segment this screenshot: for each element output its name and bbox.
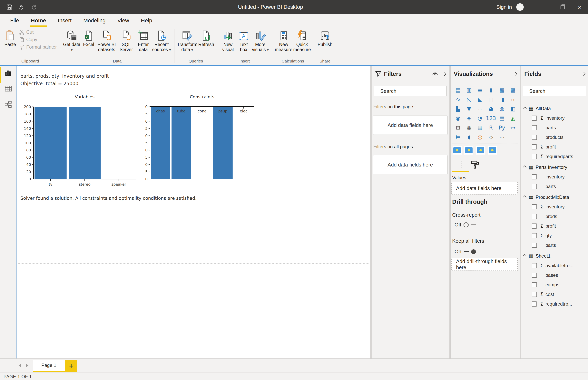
- field-checkbox[interactable]: [532, 144, 537, 150]
- new-visual-button[interactable]: New visual: [220, 28, 236, 52]
- table-row-sheet1[interactable]: ▦ Sheet1: [521, 251, 588, 261]
- qa-icon[interactable]: ◖: [464, 133, 474, 141]
- fields-search-box[interactable]: [523, 86, 586, 96]
- more-visuals-options-icon[interactable]: ⋯: [496, 133, 508, 141]
- tab-view[interactable]: View: [112, 14, 135, 27]
- undo-button[interactable]: [18, 3, 25, 11]
- matrix-icon[interactable]: ▩: [474, 123, 486, 132]
- arcgis-map-icon[interactable]: ◎: [474, 133, 486, 141]
- power-bi-datasets-button[interactable]: Power BI datasets: [96, 28, 117, 52]
- field-checkbox[interactable]: [532, 154, 537, 159]
- card-icon[interactable]: 123: [486, 114, 496, 122]
- collapse-pane-icon[interactable]: [582, 72, 586, 76]
- multi-row-card-icon[interactable]: ▤: [496, 114, 508, 122]
- waterfall-chart-icon[interactable]: ▙: [452, 104, 464, 113]
- copy-button[interactable]: Copy: [19, 37, 57, 42]
- keep-all-filters-toggle[interactable]: On: [454, 248, 476, 255]
- table-row-alldata[interactable]: ▦ AllData: [521, 104, 588, 113]
- drill-through-dropzone[interactable]: Add drill-through fields here: [451, 258, 518, 271]
- slicer-icon[interactable]: ⊟: [452, 123, 464, 132]
- field-row[interactable]: Σ inventory: [521, 172, 588, 182]
- collapse-caret-icon[interactable]: [523, 195, 527, 199]
- cross-report-toggle[interactable]: Off: [454, 222, 476, 228]
- table-row-productmixdata[interactable]: ▦ ProductMixData: [521, 192, 588, 202]
- field-checkbox[interactable]: [532, 115, 537, 121]
- next-page-button[interactable]: [26, 364, 28, 367]
- field-checkbox[interactable]: [532, 263, 537, 268]
- get-data-button[interactable]: Get data ▾: [62, 28, 81, 53]
- field-row[interactable]: Σ parts: [521, 182, 588, 191]
- excel-button[interactable]: X Excel: [81, 28, 96, 47]
- field-checkbox[interactable]: [532, 135, 537, 140]
- field-row[interactable]: Σ availabletro...: [521, 261, 588, 270]
- field-row[interactable]: Σ camps: [521, 280, 588, 289]
- avatar[interactable]: [516, 3, 524, 11]
- paste-button[interactable]: Paste: [3, 28, 18, 47]
- tab-modeling[interactable]: Modeling: [78, 14, 112, 27]
- area-chart-icon[interactable]: ◺: [464, 95, 474, 104]
- clustered-column-chart-icon[interactable]: ▮: [486, 86, 496, 94]
- stacked-column-chart-icon[interactable]: ▥: [464, 86, 474, 94]
- map-icon[interactable]: ◉: [452, 114, 464, 122]
- previous-page-button[interactable]: [19, 364, 21, 367]
- minimize-button[interactable]: [537, 0, 554, 14]
- line-clustered-column-chart-icon[interactable]: ◨: [496, 95, 508, 104]
- format-painter-button[interactable]: Format painter: [19, 44, 57, 50]
- field-row[interactable]: Σ parts: [521, 123, 588, 133]
- sidebar-item-data-view[interactable]: [4, 85, 12, 93]
- field-row[interactable]: Σ bases: [521, 270, 588, 280]
- sidebar-item-report-view[interactable]: [4, 70, 12, 77]
- filled-map-icon[interactable]: ◈: [464, 114, 474, 122]
- fields-tab[interactable]: [453, 160, 462, 169]
- save-button[interactable]: [6, 3, 13, 11]
- quick-measure-button[interactable]: Quick measure: [293, 28, 311, 52]
- collapse-caret-icon[interactable]: [523, 254, 527, 258]
- stacked-bar-chart-icon[interactable]: ▤: [452, 86, 464, 94]
- collapse-caret-icon[interactable]: [523, 107, 527, 110]
- field-checkbox[interactable]: [532, 233, 537, 238]
- gauge-icon[interactable]: ◔: [474, 114, 486, 122]
- treemap-icon[interactable]: ◧: [508, 104, 518, 113]
- tab-home[interactable]: Home: [25, 14, 52, 27]
- close-button[interactable]: ×: [571, 0, 588, 14]
- field-row[interactable]: Σ parts: [521, 240, 588, 250]
- sidebar-item-model-view[interactable]: [4, 100, 12, 108]
- transform-data-button[interactable]: Transform data ▾: [177, 28, 197, 53]
- field-checkbox[interactable]: [532, 204, 537, 209]
- tab-help[interactable]: Help: [135, 14, 158, 27]
- table-row-parts-inventory[interactable]: ▦ Parts Inventory: [521, 162, 588, 172]
- funnel-chart-icon[interactable]: ▼: [464, 104, 474, 113]
- field-row[interactable]: Σ profit: [521, 142, 588, 152]
- field-checkbox[interactable]: [532, 125, 537, 130]
- decomposition-tree-icon[interactable]: ⊨: [452, 133, 464, 141]
- collapse-pane-icon[interactable]: [443, 72, 447, 76]
- custom-visual-3[interactable]: [476, 146, 485, 154]
- sql-server-button[interactable]: SQL Server: [117, 28, 136, 52]
- field-row[interactable]: Σ inventory: [521, 113, 588, 123]
- variables-chart[interactable]: 020406080100120140160180200tvstereospeak…: [19, 91, 141, 190]
- add-page-button[interactable]: +: [65, 360, 77, 372]
- restore-button[interactable]: [554, 0, 571, 14]
- more-options-icon[interactable]: …: [441, 144, 447, 150]
- key-influencers-icon[interactable]: ⊶: [508, 123, 518, 132]
- field-checkbox[interactable]: [532, 174, 537, 179]
- clustered-bar-chart-icon[interactable]: ▬: [474, 86, 486, 94]
- field-row[interactable]: Σ requiredparts: [521, 152, 588, 161]
- field-checkbox[interactable]: [532, 302, 537, 306]
- field-checkbox[interactable]: [532, 214, 537, 219]
- field-checkbox[interactable]: [532, 184, 537, 189]
- tab-insert[interactable]: Insert: [52, 14, 78, 27]
- table-icon[interactable]: ▦: [464, 123, 474, 132]
- cut-button[interactable]: Cut: [19, 29, 57, 35]
- new-measure-button[interactable]: New measure: [274, 28, 293, 52]
- custom-visual-1[interactable]: [452, 146, 462, 154]
- filters-search-box[interactable]: [374, 86, 447, 96]
- scatter-chart-icon[interactable]: ∴: [474, 104, 486, 113]
- 100-stacked-bar-chart-icon[interactable]: ▧: [496, 86, 508, 94]
- custom-visual-4[interactable]: [488, 146, 497, 154]
- sign-in-button[interactable]: Sign in: [496, 4, 512, 10]
- line-chart-icon[interactable]: ∿: [452, 95, 464, 104]
- more-visuals-button[interactable]: More visuals ▾: [251, 28, 270, 53]
- field-checkbox[interactable]: [532, 273, 537, 278]
- page-tab[interactable]: Page 1: [33, 360, 65, 372]
